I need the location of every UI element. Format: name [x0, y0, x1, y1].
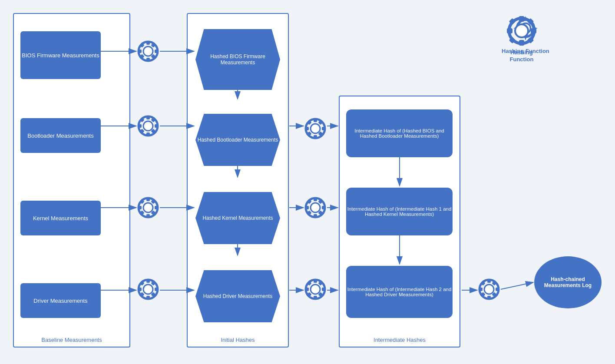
- svg-rect-48: [305, 127, 309, 130]
- svg-rect-32: [139, 210, 144, 215]
- svg-rect-41: [151, 281, 155, 285]
- svg-point-54: [306, 198, 325, 217]
- svg-rect-27: [146, 214, 150, 218]
- svg-rect-66: [314, 279, 317, 283]
- svg-rect-13: [151, 54, 155, 59]
- svg-point-14: [139, 116, 158, 136]
- svg-rect-57: [314, 214, 317, 218]
- svg-point-34: [139, 280, 158, 299]
- svg-rect-23: [151, 129, 155, 133]
- svg-rect-26: [146, 197, 150, 201]
- gear-kernel: [138, 197, 159, 218]
- svg-rect-78: [479, 288, 483, 291]
- svg-rect-69: [322, 288, 326, 291]
- svg-rect-36: [146, 279, 150, 283]
- gear-bios: [138, 41, 159, 62]
- svg-rect-50: [307, 120, 311, 125]
- svg-rect-72: [307, 292, 311, 297]
- svg-point-2: [521, 24, 530, 33]
- gear-inter-kernel: [305, 197, 326, 218]
- inter-hash-3: Intermediate Hash of (Intermediate Hash …: [346, 266, 453, 318]
- bootloader-hashed: Hashed Bootloader Measurements: [195, 114, 280, 166]
- svg-point-24: [139, 198, 158, 217]
- svg-point-75: [484, 285, 494, 294]
- legend-gear-icon: [510, 13, 541, 45]
- svg-rect-43: [151, 292, 155, 297]
- svg-point-65: [311, 285, 320, 294]
- gear-inter-bootloader: [305, 118, 326, 139]
- svg-rect-22: [139, 129, 144, 133]
- svg-rect-58: [305, 206, 309, 209]
- svg-rect-83: [492, 292, 496, 297]
- legend-text-2: Function: [510, 56, 534, 63]
- svg-rect-68: [305, 288, 309, 291]
- svg-rect-31: [151, 199, 155, 204]
- svg-rect-49: [322, 127, 326, 130]
- svg-rect-47: [314, 135, 317, 139]
- svg-rect-42: [139, 292, 144, 297]
- svg-rect-10: [139, 43, 144, 47]
- kernel-rect: Kernel Measurements: [20, 201, 101, 235]
- svg-point-4: [139, 42, 158, 61]
- svg-rect-18: [138, 124, 142, 128]
- svg-rect-6: [146, 41, 150, 45]
- svg-rect-19: [155, 124, 159, 128]
- svg-rect-16: [146, 116, 150, 119]
- svg-line-114: [501, 282, 533, 289]
- driver-rect: Driver Measurements: [20, 283, 101, 318]
- baseline-label: Baseline Measurements: [14, 337, 129, 343]
- svg-point-44: [306, 119, 325, 138]
- svg-rect-33: [151, 210, 155, 215]
- bios-hashed: Hashed BIOS Firmware Measurements: [195, 29, 280, 90]
- svg-rect-30: [139, 199, 144, 204]
- initial-label: Initial Hashes: [188, 337, 288, 343]
- svg-rect-40: [139, 281, 144, 285]
- initial-panel: Hashed BIOS Firmware Measurements Hashed…: [187, 13, 289, 347]
- bios-rect: BIOS Firmware Measurements: [20, 31, 101, 79]
- inter-hash-1: Intermediate Hash of (Hashed BIOS and Ha…: [346, 109, 453, 157]
- svg-rect-70: [307, 281, 311, 285]
- gear-final: [479, 279, 499, 300]
- svg-point-45: [311, 124, 320, 133]
- svg-rect-80: [480, 281, 485, 285]
- svg-point-5: [143, 46, 153, 56]
- svg-rect-56: [314, 197, 317, 201]
- svg-rect-82: [480, 292, 485, 297]
- svg-rect-7: [146, 58, 150, 62]
- svg-rect-63: [318, 210, 323, 215]
- driver-hashed: Hashed Driver Measurements: [195, 270, 280, 322]
- svg-rect-76: [487, 279, 491, 283]
- svg-rect-37: [146, 296, 150, 300]
- legend: Hashing Function: [502, 13, 549, 54]
- svg-point-64: [306, 280, 325, 299]
- svg-rect-28: [138, 206, 142, 209]
- svg-rect-52: [307, 131, 311, 136]
- svg-rect-53: [318, 131, 323, 136]
- svg-rect-60: [307, 199, 311, 204]
- svg-rect-67: [314, 296, 317, 300]
- gear-driver: [138, 279, 159, 300]
- gear-inter-driver: [305, 279, 326, 300]
- svg-point-74: [479, 280, 499, 299]
- svg-rect-71: [318, 281, 323, 285]
- svg-rect-79: [496, 288, 499, 291]
- svg-rect-12: [139, 54, 144, 59]
- svg-rect-51: [318, 120, 323, 125]
- svg-point-25: [143, 203, 153, 212]
- svg-rect-77: [487, 296, 491, 300]
- intermediate-label: Intermediate Hashes: [340, 337, 460, 343]
- kernel-hashed: Hashed Kernel Measurements: [195, 192, 280, 244]
- svg-rect-11: [151, 43, 155, 47]
- svg-point-55: [311, 203, 320, 212]
- svg-rect-38: [138, 288, 142, 291]
- svg-rect-59: [322, 206, 326, 209]
- baseline-panel: BIOS Firmware Measurements Bootloader Me…: [13, 13, 130, 347]
- svg-rect-17: [146, 132, 150, 136]
- svg-rect-46: [314, 118, 317, 122]
- svg-rect-8: [138, 50, 142, 53]
- svg-rect-81: [492, 281, 496, 285]
- svg-rect-9: [155, 50, 159, 53]
- inter-hash-2: Intermediate Hash of (Intermediate Hash …: [346, 188, 453, 235]
- svg-rect-61: [318, 199, 323, 204]
- svg-rect-39: [155, 288, 159, 291]
